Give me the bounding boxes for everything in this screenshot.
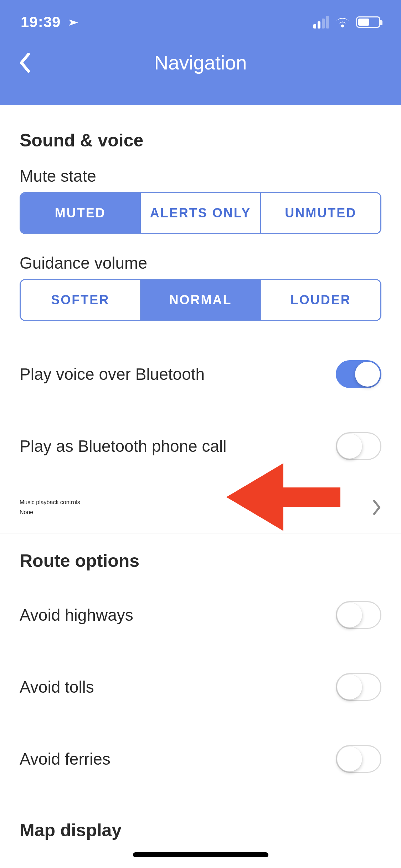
chevron-right-icon xyxy=(372,500,381,515)
mute-option-muted[interactable]: MUTED xyxy=(21,193,140,233)
music-playback-value: None xyxy=(20,509,80,516)
section-route-options: Route options xyxy=(0,533,401,579)
row-avoid-highways[interactable]: Avoid highways xyxy=(0,579,401,651)
row-avoid-ferries[interactable]: Avoid ferries xyxy=(0,723,401,795)
section-map-display: Map display xyxy=(0,795,401,848)
page-title: Navigation xyxy=(154,51,247,74)
status-time: 19:39 xyxy=(21,14,61,31)
guidance-volume-segmented: SOFTER NORMAL LOUDER xyxy=(20,279,381,321)
cell-signal-icon xyxy=(313,16,329,29)
music-playback-label: Music playback controls xyxy=(20,499,80,506)
battery-icon xyxy=(356,16,380,28)
row-play-voice-bluetooth[interactable]: Play voice over Bluetooth xyxy=(0,338,401,410)
row-avoid-tolls[interactable]: Avoid tolls xyxy=(0,651,401,723)
mute-option-unmuted[interactable]: UNMUTED xyxy=(260,193,380,233)
mute-state-label: Mute state xyxy=(0,159,401,192)
status-bar: 19:39 xyxy=(0,0,401,31)
avoid-tolls-label: Avoid tolls xyxy=(20,677,94,697)
volume-option-normal[interactable]: NORMAL xyxy=(140,280,260,320)
content: Sound & voice Mute state MUTED ALERTS ON… xyxy=(0,105,401,848)
row-play-as-phone-call[interactable]: Play as Bluetooth phone call xyxy=(0,410,401,482)
avoid-highways-label: Avoid highways xyxy=(20,605,133,625)
bluetooth-toggle[interactable] xyxy=(336,360,381,388)
avoid-tolls-toggle[interactable] xyxy=(336,673,381,701)
header-bar: 19:39 Navigation xyxy=(0,0,401,105)
home-indicator[interactable] xyxy=(133,852,268,857)
volume-option-softer[interactable]: SOFTER xyxy=(21,280,140,320)
wifi-icon xyxy=(335,17,350,27)
row-music-playback[interactable]: Music playback controls None xyxy=(0,482,401,533)
volume-option-louder[interactable]: LOUDER xyxy=(260,280,380,320)
phonecall-toggle[interactable] xyxy=(336,432,381,460)
phonecall-label: Play as Bluetooth phone call xyxy=(20,436,227,456)
guidance-volume-label: Guidance volume xyxy=(0,246,401,279)
mute-option-alerts[interactable]: ALERTS ONLY xyxy=(140,193,260,233)
location-arrow-icon xyxy=(62,13,82,32)
avoid-ferries-toggle[interactable] xyxy=(336,745,381,773)
section-sound-voice: Sound & voice xyxy=(0,105,401,159)
mute-state-segmented: MUTED ALERTS ONLY UNMUTED xyxy=(20,192,381,234)
avoid-ferries-label: Avoid ferries xyxy=(20,749,110,769)
back-button[interactable] xyxy=(14,52,36,73)
bluetooth-label: Play voice over Bluetooth xyxy=(20,365,205,384)
avoid-highways-toggle[interactable] xyxy=(336,601,381,629)
